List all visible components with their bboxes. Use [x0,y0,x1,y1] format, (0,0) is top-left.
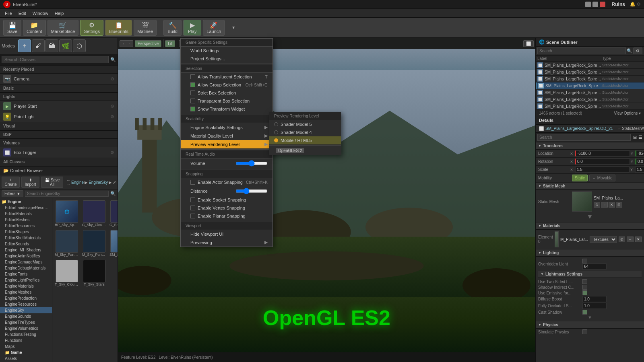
sm-arrow-btn[interactable]: → [601,202,608,208]
classes-search-input[interactable] [2,56,109,63]
socket-snap-item[interactable]: Enable Socket Snapping [181,196,272,204]
blueprints-button[interactable]: 📋 Blueprints [105,20,132,36]
tree-item-editorresources[interactable]: EditorResources [0,223,52,229]
tree-item-functions[interactable]: Functions [0,337,52,343]
tree-item-enginedebug[interactable]: EngineDebugMaterials [0,265,52,271]
static-button[interactable]: Static [572,175,588,181]
outliner-settings-btn[interactable]: ⚙ [633,47,642,54]
mode-foliage[interactable]: 🌿 [59,39,72,52]
window-controls[interactable]: Ruins 🔔 ⚙ [585,2,641,7]
save-button[interactable]: 💾 Save [3,20,21,36]
tree-item-editorshapes[interactable]: EditorShapes [0,229,52,235]
tree-item-maps[interactable]: Maps [0,343,52,350]
strict-box-item[interactable]: Strict Box Selection [181,89,272,97]
outliner-item-4[interactable]: ⬜ SM_Plains_LargeRock_SpireLOD3 StaticMe… [536,89,644,96]
lighting-expand[interactable]: ▼ [538,315,642,320]
outliner-search-input[interactable] [537,47,626,54]
maximize-button[interactable] [592,2,598,7]
save-all-button[interactable]: 💾 Save All [41,177,63,188]
placement-box-trigger[interactable]: ⬜ Box Trigger ⚙ [0,147,118,158]
world-settings-item[interactable]: World Settings [181,47,272,55]
marketplace-button[interactable]: 🛒 Marketplace [47,20,79,36]
lighting-section-header[interactable]: Lighting [536,249,644,257]
planar-snap-item[interactable]: Enable Planar Snapping [181,212,272,220]
content-search-input[interactable] [25,191,109,197]
volume-slider[interactable] [235,160,268,167]
path-enginesky[interactable]: EngineSky [89,180,108,185]
tree-item-enginefonts[interactable]: EngineFonts [0,271,52,277]
tree-item-functional[interactable]: FunctionalTesting [0,331,52,337]
tree-item-engineprod[interactable]: EngineProduction [0,295,52,301]
group-selection-item[interactable]: Allow Group Selection Ctrl+Shift+G [181,81,272,89]
tree-item-editorlandscape[interactable]: EditorLandscapeResour... [0,205,52,211]
close-button[interactable] [600,2,605,7]
tree-item-enginetire[interactable]: EngineTireTypes [0,319,52,325]
point-light-settings-icon[interactable]: ⚙ [110,114,114,119]
opengl2-item[interactable]: OpenGLES 2 [269,146,341,155]
tree-item-editorshell[interactable]: EditorShellMaterials [0,235,52,241]
matinee-button[interactable]: 🎬 Matinee [134,20,157,36]
box-trigger-settings-icon[interactable]: ⚙ [110,150,114,155]
material-quality-item[interactable]: Material Quality Level ▶ [181,132,272,140]
asset-t-sky-stars[interactable]: T_Sky_Stars [81,259,107,287]
sm-duplicate-btn[interactable]: ⊞ [616,202,622,208]
tree-item-editormeshes[interactable]: EditorMeshes [0,217,52,223]
physics-section-header[interactable]: Physics [536,321,644,329]
movable-button[interactable]: ↔ Movable [589,175,615,181]
tree-item-enginesky[interactable]: EngineSky [0,307,52,313]
tree-item-engineanim[interactable]: EngineAnimNotifies [0,253,52,259]
tree-item-engineres[interactable]: EngineResources [0,301,52,307]
outliner-item-6[interactable]: ⬜ SM_Plains_LargeRock_SpireLOD_3 StaticM… [536,103,644,110]
tree-item-engine-mi[interactable]: Engine_MI_Shaders [0,247,52,253]
menu-edit[interactable]: Edit [15,10,29,16]
vertex-snap-item[interactable]: Enable Vertex Snapping [181,204,272,212]
tree-item-editorsounds[interactable]: EditorSounds [0,241,52,247]
placement-camera[interactable]: 📷 Camera ⚙ [0,74,118,84]
settings-button[interactable]: ⚙ Settings [80,20,103,36]
overridden-checkbox[interactable] [582,259,587,263]
asset-c-sky-cloud-color[interactable]: C_Sky_Cloud_Color [81,200,107,228]
cast-shadow-checkbox[interactable] [582,310,587,315]
outliner-item-2[interactable]: ⬜ SM_Plains_LargeRock_SpireLOD2 StaticMe… [536,76,644,82]
transparent-box-item[interactable]: Transparent Box Selection [181,97,272,105]
vp-lit-button[interactable]: Lit [165,40,175,47]
build-button[interactable]: 🔨 Build [163,20,182,36]
location-y[interactable] [636,150,644,156]
menu-window[interactable]: Window [29,10,52,16]
materials-section[interactable]: Materials [536,222,644,230]
outliner-view-options[interactable]: View Options ▾ [614,111,641,115]
lighting-expand-icon[interactable]: ▼ [588,315,592,320]
overridden-input[interactable] [582,263,607,269]
minimize-button[interactable] [585,2,591,7]
use-emissive-checkbox[interactable] [582,290,587,295]
material-dropdown[interactable]: Textures [590,236,617,243]
shader-model-4-item[interactable]: Shader Model 4 [269,128,341,136]
outliner-item-5[interactable]: ⬜ SM_Plains_LargeRock_SpireLOD4 StaticMe… [536,96,644,103]
mode-paint[interactable]: 🖌 [32,39,45,52]
material-browse-btn[interactable]: ⊙ [619,237,625,242]
hide-viewport-item[interactable]: Hide Viewport UI [181,230,272,238]
import-button[interactable]: ⬆ Import [21,177,39,188]
asset-m-sky-panning1[interactable]: M_Sky_Panning_Clouds2 [54,229,80,257]
tree-item-enginemesh[interactable]: EngineMeshes [0,289,52,295]
enable-actor-snapping-item[interactable]: Enable Actor Snapping Ctrl+Shift+K [181,178,272,186]
project-settings-item[interactable]: Project Settings... [181,55,272,63]
diffuse-boost-input[interactable] [582,296,607,302]
asset-sm-sky-sphere[interactable]: ○ SM_Sky_Sphere [109,229,118,257]
two-sided-checkbox[interactable] [582,279,587,284]
vp-maximize-btn[interactable]: ⬜ [523,40,534,47]
tree-item-enginemat[interactable]: EngineMaterials [0,283,52,289]
location-x[interactable] [575,150,630,156]
mode-place[interactable]: + [18,39,31,52]
asset-m-sky-panning2[interactable]: M_Sky_Panning_Clouds2 [81,229,107,257]
shader-model-5-item[interactable]: Shader Model 5 [269,120,341,128]
mobile-html5-item[interactable]: Mobile / HTML5 [269,136,341,144]
tree-item-assets[interactable]: Assets [0,356,52,362]
rotation-x[interactable] [575,158,630,165]
tree-item-enginesounds[interactable]: EngineSounds [0,313,52,319]
tree-item-enginevol[interactable]: EngineVolumetrics [0,325,52,331]
vp-nav-button[interactable]: ←→ [120,40,133,47]
filters-button[interactable]: Filters ▼ [2,190,23,197]
engine-scalability-item[interactable]: Engine Scalability Settings ▶ [181,123,272,132]
sm-browse-btn[interactable]: ⊙ [594,202,600,208]
